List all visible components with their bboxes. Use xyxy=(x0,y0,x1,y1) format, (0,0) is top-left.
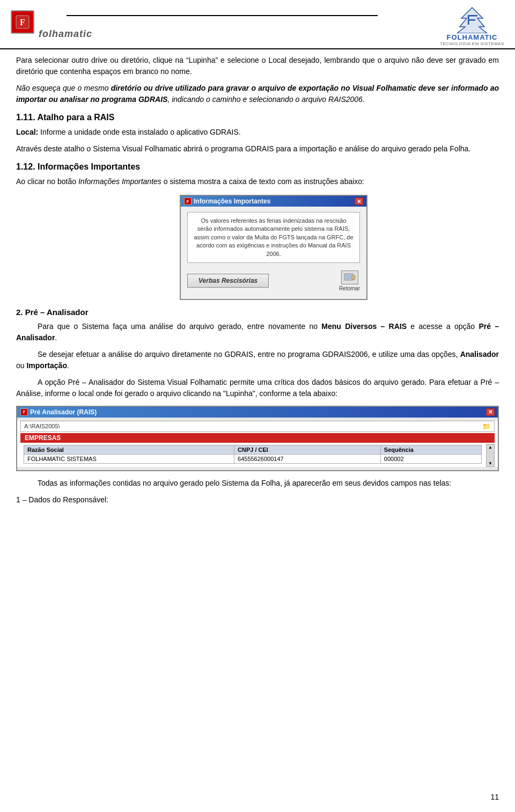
para2-bold: Analisador xyxy=(460,350,499,359)
para2-end: . xyxy=(67,361,69,370)
col-sequencia: Sequência xyxy=(380,445,481,454)
cell-sequencia: 000002 xyxy=(380,454,481,463)
para1-end: . xyxy=(55,333,57,342)
section-111-heading: 1.11. Atalho para a RAIS xyxy=(16,113,499,122)
dialog-buttons: Verbas Rescisórias Retornar xyxy=(187,268,360,294)
scroll-up-button[interactable]: ▲ xyxy=(487,444,494,450)
verbas-rescisórias-button[interactable]: Verbas Rescisórias xyxy=(187,274,269,288)
svg-rect-9 xyxy=(352,275,355,280)
section-2-heading: 2. Pré – Analisador xyxy=(16,308,499,317)
cell-cnpj: 64555626000147 xyxy=(234,454,381,463)
dialog-close-button[interactable]: ✕ xyxy=(355,197,363,205)
para2-bold2: Importação xyxy=(26,361,67,370)
svg-rect-6 xyxy=(468,19,475,21)
folhamatic-logo-svg xyxy=(450,5,495,33)
informacoes-importantes-dialog: F Informações Importantes ✕ Os valores r… xyxy=(180,195,367,300)
header-line xyxy=(67,15,378,16)
local-label: Local: xyxy=(16,128,38,136)
scroll-down-button[interactable]: ▼ xyxy=(487,460,494,466)
brand-right-label: FOLHAMATIC xyxy=(447,33,498,41)
intro-paragraph: Para selecionar outro drive ou diretório… xyxy=(16,55,499,77)
para1-bold: Menu Diversos – RAIS xyxy=(321,322,407,331)
section-2-para1: Para que o Sistema faça uma análise do a… xyxy=(16,321,499,343)
brand-left-label: folhamatic xyxy=(39,29,378,39)
list-item-1: 1 – Dados do Responsável: xyxy=(16,494,499,506)
italic-note: Não esqueça que o mesmo diretório ou dri… xyxy=(16,83,499,105)
pre-analisador-body: A:\RAIS2005\ 📁 EMPRESAS Razão Social CNP… xyxy=(17,421,498,467)
dialog-title-icon: F xyxy=(184,197,192,205)
browse-icon[interactable]: 📁 xyxy=(482,422,491,430)
section-2-para2: Se desejar efetuar a análise do arquivo … xyxy=(16,349,499,371)
dialog-body-text: Os valores referentes às ferias indeniza… xyxy=(194,217,353,257)
tagline-right-label: TECNOLOGIA EM SISTEMAS xyxy=(440,41,504,46)
pre-analisador-close-button[interactable]: ✕ xyxy=(486,408,495,416)
path-value: A:\RAIS2005\ xyxy=(24,423,60,429)
pre-analisador-path-row: A:\RAIS2005\ 📁 xyxy=(20,421,495,432)
cell-razao-social: FOLHAMATIC SISTEMAS xyxy=(24,454,234,463)
svg-rect-8 xyxy=(345,275,352,279)
pre-analisador-titlebar: F Pré Analisador (RAIS) ✕ xyxy=(17,407,498,418)
col-cnpj: CNPJ / CEI xyxy=(234,445,381,454)
logo-left: F folhamatic xyxy=(11,5,378,39)
logo-right: FOLHAMATIC TECNOLOGIA EM SISTEMAS xyxy=(440,5,504,46)
para1-mid: e acesse a opção xyxy=(407,322,479,331)
pre-analisador-dialog: F Pré Analisador (RAIS) ✕ A:\RAIS2005\ 📁… xyxy=(16,406,499,471)
svg-text:F: F xyxy=(20,18,25,27)
section-112-intro-italic: Informações Importantes xyxy=(78,177,161,186)
section-112-heading: 1.12. Informações Importantes xyxy=(16,162,499,172)
page-number: 11 xyxy=(490,793,499,801)
header-right: FOLHAMATIC TECNOLOGIA EM SISTEMAS xyxy=(440,5,504,48)
table-row: FOLHAMATIC SISTEMAS 64555626000147 00000… xyxy=(24,454,482,463)
section-111-body: Através deste atalho o Sistema Visual Fo… xyxy=(16,143,499,155)
dialog-text-box: Os valores referentes às ferias indeniza… xyxy=(187,212,360,263)
pre-analisador-title: Pré Analisador (RAIS) xyxy=(30,408,97,416)
empresas-label: EMPRESAS xyxy=(20,433,495,443)
page-header: F folhamatic FOLHAMATIC TECNOLOGIA EM SI… xyxy=(0,0,515,49)
header-left: F folhamatic xyxy=(11,5,440,41)
dialog-body: Os valores referentes às ferias indeniza… xyxy=(181,207,366,299)
empresas-table: Razão Social CNPJ / CEI Sequência FOLHAM… xyxy=(24,445,482,464)
para2-start: Se desejar efetuar a análise do arquivo … xyxy=(38,350,460,359)
informacoes-importantes-dialog-container: F Informações Importantes ✕ Os valores r… xyxy=(48,195,499,300)
dialog-title-text: Informações Importantes xyxy=(194,197,270,205)
dialog-titlebar: F Informações Importantes ✕ xyxy=(181,196,366,207)
para1-start: Para que o Sistema faça uma análise do a… xyxy=(38,322,321,331)
svg-rect-4 xyxy=(468,15,477,17)
main-content: Para selecionar outro drive ou diretório… xyxy=(0,49,515,522)
section-112-intro-start: Ao clicar no botão xyxy=(16,177,78,186)
retornar-button[interactable]: Retornar xyxy=(339,270,360,291)
para3-text: A opção Pré – Analisador do Sistema Visu… xyxy=(16,378,499,398)
pre-analisador-icon: F xyxy=(20,408,28,416)
section-112-intro: Ao clicar no botão Informações Important… xyxy=(16,176,499,187)
section-112-intro-end: o sistema mostra a caixa de texto com as… xyxy=(161,177,364,186)
col-razao-social: Razão Social xyxy=(24,445,234,454)
retornar-icon xyxy=(341,270,358,284)
section-111-local: Local: Informe a unidade onde esta insta… xyxy=(16,127,499,138)
local-text: Informe a unidade onde esta instalado o … xyxy=(38,128,240,136)
folhamatic-icon: F xyxy=(11,10,34,34)
italic-note-text: Não esqueça que o mesmo diretório ou dri… xyxy=(16,84,499,104)
retornar-label: Retornar xyxy=(339,286,360,291)
para2-mid: ou xyxy=(16,361,26,370)
section-2-para4: Todas as informações contidas no arquivo… xyxy=(16,478,499,489)
dialog-titlebar-left: F Informações Importantes xyxy=(184,197,270,205)
section-2-para3: A opção Pré – Analisador do Sistema Visu… xyxy=(16,377,499,399)
